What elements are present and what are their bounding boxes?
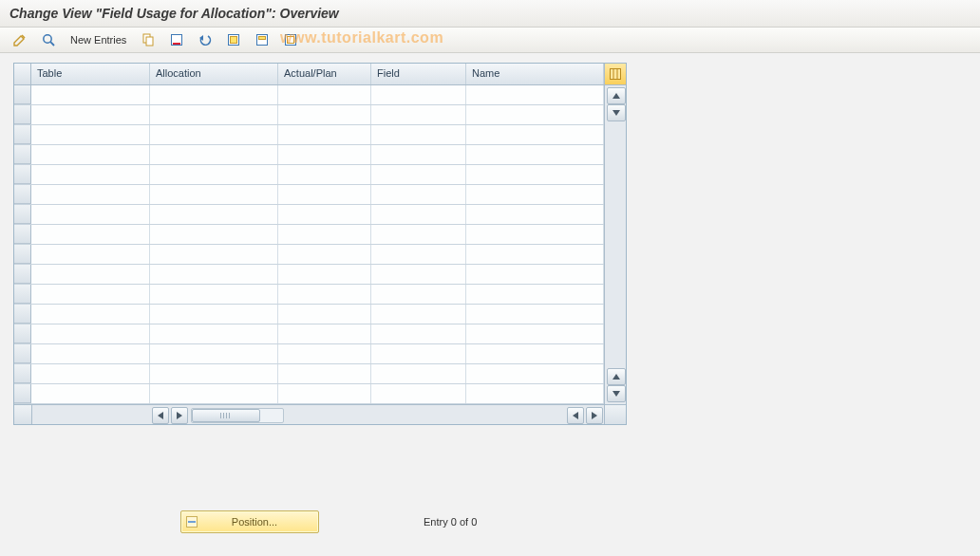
cell[interactable] (466, 85, 604, 104)
vertical-scrollbar[interactable] (604, 85, 626, 404)
cell[interactable] (466, 165, 604, 184)
cell[interactable] (371, 285, 466, 304)
cell[interactable] (371, 324, 466, 343)
toggle-display-change-icon[interactable] (8, 30, 32, 49)
cell[interactable] (150, 125, 278, 144)
cell[interactable] (466, 324, 604, 343)
cell[interactable] (371, 364, 466, 383)
cell[interactable] (371, 205, 466, 224)
cell[interactable] (371, 165, 466, 184)
cell[interactable] (150, 285, 278, 304)
position-button[interactable]: Position... (180, 510, 319, 533)
cell[interactable] (31, 165, 150, 184)
hscroll-left-button[interactable] (152, 407, 169, 424)
new-entries-button[interactable]: New Entries (65, 30, 132, 49)
cell[interactable] (31, 105, 150, 124)
cell[interactable] (150, 185, 278, 204)
hscroll-track[interactable] (191, 408, 284, 423)
cell[interactable] (466, 344, 604, 363)
cell[interactable] (278, 165, 371, 184)
row-selector[interactable] (14, 245, 31, 264)
cell[interactable] (150, 364, 278, 383)
cell[interactable] (31, 125, 150, 144)
row-selector[interactable] (14, 205, 31, 224)
cell[interactable] (371, 125, 466, 144)
row-selector[interactable] (14, 105, 31, 124)
configure-columns-icon[interactable] (604, 64, 626, 84)
scroll-down-button[interactable] (607, 104, 626, 121)
cell[interactable] (150, 344, 278, 363)
cell[interactable] (278, 125, 371, 144)
cell[interactable] (278, 265, 371, 284)
cell[interactable] (31, 185, 150, 204)
row-selector[interactable] (14, 265, 31, 284)
cell[interactable] (150, 305, 278, 324)
column-header-allocation[interactable]: Allocation (150, 64, 278, 84)
hscroll-left-button-2[interactable] (567, 407, 584, 424)
cell[interactable] (31, 364, 150, 383)
scroll-up-button[interactable] (607, 87, 626, 104)
cell[interactable] (466, 105, 604, 124)
cell[interactable] (150, 265, 278, 284)
delete-icon[interactable] (164, 30, 189, 49)
cell[interactable] (31, 384, 150, 403)
deselect-all-icon[interactable] (278, 30, 303, 49)
cell[interactable] (371, 185, 466, 204)
cell[interactable] (31, 245, 150, 264)
cell[interactable] (31, 265, 150, 284)
cell[interactable] (466, 364, 604, 383)
cell[interactable] (371, 265, 466, 284)
cell[interactable] (278, 324, 371, 343)
cell[interactable] (31, 324, 150, 343)
column-header-table[interactable]: Table (31, 64, 150, 84)
select-all-icon[interactable] (221, 30, 246, 49)
column-header-name[interactable]: Name (466, 64, 604, 84)
cell[interactable] (466, 145, 604, 164)
cell[interactable] (278, 185, 371, 204)
copy-as-icon[interactable] (136, 30, 160, 49)
horizontal-scrollbar[interactable] (14, 404, 626, 424)
cell[interactable] (466, 185, 604, 204)
column-header-actual-plan[interactable]: Actual/Plan (278, 64, 371, 84)
cell[interactable] (371, 85, 466, 104)
column-header-field[interactable]: Field (371, 64, 466, 84)
cell[interactable] (371, 305, 466, 324)
cell[interactable] (150, 165, 278, 184)
scroll-down-button-2[interactable] (607, 385, 626, 402)
scroll-up-button-2[interactable] (607, 368, 626, 385)
cell[interactable] (31, 225, 150, 244)
row-selector[interactable] (14, 145, 31, 164)
cell[interactable] (278, 364, 371, 383)
row-selector[interactable] (14, 324, 31, 343)
row-selector[interactable] (14, 185, 31, 204)
cell[interactable] (150, 384, 278, 403)
row-selector[interactable] (14, 125, 31, 144)
cell[interactable] (466, 384, 604, 403)
row-selector[interactable] (14, 225, 31, 244)
cell[interactable] (278, 344, 371, 363)
cell[interactable] (278, 285, 371, 304)
cell[interactable] (371, 225, 466, 244)
cell[interactable] (466, 285, 604, 304)
undo-change-icon[interactable] (193, 30, 217, 49)
row-selector[interactable] (14, 165, 31, 184)
cell[interactable] (150, 85, 278, 104)
row-selector[interactable] (14, 384, 31, 403)
cell[interactable] (371, 145, 466, 164)
cell[interactable] (150, 205, 278, 224)
cell[interactable] (371, 344, 466, 363)
row-selector[interactable] (14, 344, 31, 363)
cell[interactable] (31, 205, 150, 224)
cell[interactable] (150, 324, 278, 343)
cell[interactable] (278, 305, 371, 324)
cell[interactable] (150, 145, 278, 164)
cell[interactable] (31, 305, 150, 324)
cell[interactable] (278, 245, 371, 264)
select-block-icon[interactable] (250, 30, 274, 49)
row-selector[interactable] (14, 285, 31, 304)
cell[interactable] (150, 225, 278, 244)
hscroll-thumb[interactable] (192, 409, 260, 422)
row-selector-header[interactable] (14, 64, 31, 84)
cell[interactable] (466, 265, 604, 284)
cell[interactable] (31, 145, 150, 164)
